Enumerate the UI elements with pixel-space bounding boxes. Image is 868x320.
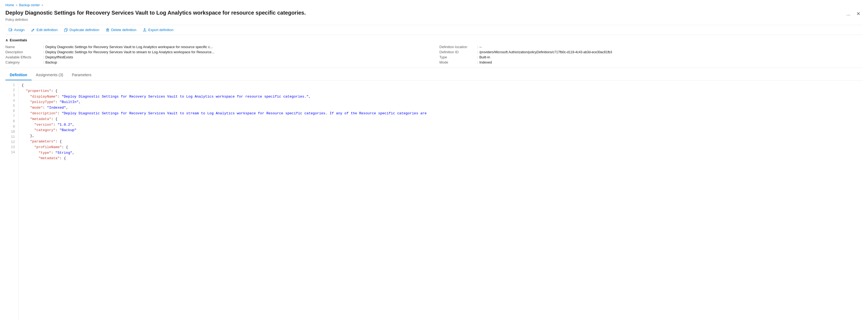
line-num-8: 8 [5, 119, 18, 124]
delete-definition-label: Delete definition [111, 28, 136, 32]
tab-definition[interactable]: Definition [5, 70, 32, 80]
line-num-2: 2 [5, 88, 18, 93]
tabs-container: Definition Assignments (3) Parameters [5, 70, 863, 81]
code-line-13: "type": "String", [22, 150, 863, 156]
page-subtitle: Policy definition [5, 18, 863, 22]
line-num-4: 4 [5, 98, 18, 103]
essentials-label-type: Type [439, 55, 477, 59]
more-options-button[interactable]: ... [845, 10, 852, 17]
essentials-value-def-location: -- [479, 45, 482, 49]
essentials-label-name: Name [5, 45, 43, 49]
breadcrumb-backup-center[interactable]: Backup center [19, 3, 40, 7]
essentials-value-effects: DeployIfNotExists [45, 55, 73, 59]
edit-definition-label: Edit definition [36, 28, 58, 32]
assign-icon [9, 28, 12, 32]
line-num-5: 5 [5, 103, 18, 109]
svg-rect-3 [106, 29, 109, 31]
page-title: Deploy Diagnostic Settings for Recovery … [5, 9, 845, 16]
duplicate-definition-label: Duplicate definition [69, 28, 99, 32]
line-num-11: 11 [5, 135, 18, 140]
assign-label: Assign [14, 28, 25, 32]
essentials-value-category: Backup [45, 60, 57, 64]
essentials-chevron: ∧ [5, 38, 8, 42]
close-button[interactable]: ✕ [854, 10, 863, 17]
essentials-right: Definition location : -- Definition ID :… [439, 45, 863, 64]
page-container: Home > Backup center > Deploy Diagnostic… [0, 0, 868, 320]
line-num-12: 12 [5, 140, 18, 145]
essentials-label-effects: Available Effects [5, 55, 43, 59]
line-num-10: 10 [5, 129, 18, 135]
svg-rect-0 [9, 28, 12, 31]
line-num-14: 14 [5, 150, 18, 155]
essentials-label-def-location: Definition location [439, 45, 477, 49]
code-editor: 1 2 3 4 5 6 7 8 9 10 11 12 13 14 { [5, 81, 863, 320]
delete-definition-button[interactable]: Delete definition [102, 27, 140, 33]
svg-rect-2 [64, 29, 66, 32]
delete-icon [106, 28, 110, 32]
code-line-5: "mode": "Indexed", [22, 105, 863, 111]
code-line-9: "category": "Backup" [22, 128, 863, 133]
line-num-13: 13 [5, 145, 18, 150]
toolbar: Assign Edit definition Duplicate definit… [5, 25, 863, 35]
duplicate-definition-button[interactable]: Duplicate definition [61, 27, 102, 33]
code-container: 1 2 3 4 5 6 7 8 9 10 11 12 13 14 { [5, 81, 863, 320]
essentials-label-def-id: Definition ID [439, 50, 477, 54]
code-line-8: "version": "1.0.2", [22, 122, 863, 128]
title-row: Deploy Diagnostic Settings for Recovery … [5, 9, 863, 17]
essentials-item-def-id: Definition ID : /providers/Microsoft.Aut… [439, 50, 863, 54]
tab-parameters[interactable]: Parameters [68, 70, 96, 80]
assign-button[interactable]: Assign [5, 27, 28, 33]
code-lines: { "properties": { "displayName": "Deploy… [19, 81, 863, 320]
essentials-label-description: Description [5, 50, 43, 54]
essentials-item-type: Type : Built-in [439, 55, 863, 59]
essentials-section: ∧ Essentials Name : Deploy Diagnostic Se… [5, 35, 863, 68]
code-scroll-area[interactable]: 1 2 3 4 5 6 7 8 9 10 11 12 13 14 { [5, 81, 863, 320]
duplicate-icon [64, 28, 68, 32]
essentials-item-name: Name : Deploy Diagnostic Settings for Re… [5, 45, 429, 49]
line-num-6: 6 [5, 109, 18, 114]
code-line-11: "parameters": { [22, 139, 863, 145]
edit-icon [31, 28, 35, 32]
essentials-label-category: Category [5, 60, 43, 64]
essentials-value-def-id: /providers/Microsoft.Authorization/polic… [479, 50, 612, 54]
essentials-item-category: Category : Backup [5, 60, 429, 64]
code-line-14: "metadata": { [22, 156, 863, 161]
breadcrumb-home[interactable]: Home [5, 3, 14, 7]
edit-definition-button[interactable]: Edit definition [28, 27, 61, 33]
title-actions: ... ✕ [845, 9, 863, 17]
export-definition-button[interactable]: Export definition [140, 27, 177, 33]
code-line-10: }, [22, 133, 863, 139]
essentials-value-name: Deploy Diagnostic Settings for Recovery … [45, 45, 213, 49]
line-num-9: 9 [5, 124, 18, 129]
tab-assignments[interactable]: Assignments (3) [32, 70, 68, 80]
breadcrumb-sep1: > [16, 3, 17, 7]
line-numbers: 1 2 3 4 5 6 7 8 9 10 11 12 13 14 [5, 81, 19, 320]
essentials-header[interactable]: ∧ Essentials [5, 38, 863, 42]
export-definition-label: Export definition [148, 28, 173, 32]
essentials-item-description: Description : Deploy Diagnostic Settings… [5, 50, 429, 54]
code-line-6: "description": "Deploy Diagnostic Settin… [22, 111, 863, 117]
code-line-1: { [22, 83, 863, 88]
essentials-label-mode: Mode [439, 60, 477, 64]
code-line-4: "policyType": "BuiltIn", [22, 99, 863, 105]
code-line-3: "displayName": "Deploy Diagnostic Settin… [22, 94, 863, 100]
line-num-1: 1 [5, 83, 18, 88]
essentials-value-type: Built-in [479, 55, 490, 59]
breadcrumb: Home > Backup center > [5, 3, 863, 7]
export-icon [143, 28, 147, 32]
essentials-value-mode: Indexed [479, 60, 492, 64]
line-num-3: 3 [5, 93, 18, 98]
essentials-left: Name : Deploy Diagnostic Settings for Re… [5, 45, 429, 64]
code-line-12: "profileName": { [22, 145, 863, 150]
essentials-item-mode: Mode : Indexed [439, 60, 863, 64]
line-num-7: 7 [5, 114, 18, 119]
essentials-title: Essentials [10, 38, 27, 42]
code-line-2: "properties": { [22, 88, 863, 94]
essentials-value-description: Deploy Diagnostic Settings for Recovery … [45, 50, 214, 54]
essentials-item-def-location: Definition location : -- [439, 45, 863, 49]
essentials-grid: Name : Deploy Diagnostic Settings for Re… [5, 45, 863, 64]
essentials-item-effects: Available Effects : DeployIfNotExists [5, 55, 429, 59]
breadcrumb-sep2: > [41, 3, 43, 7]
code-line-7: "metadata": { [22, 117, 863, 122]
